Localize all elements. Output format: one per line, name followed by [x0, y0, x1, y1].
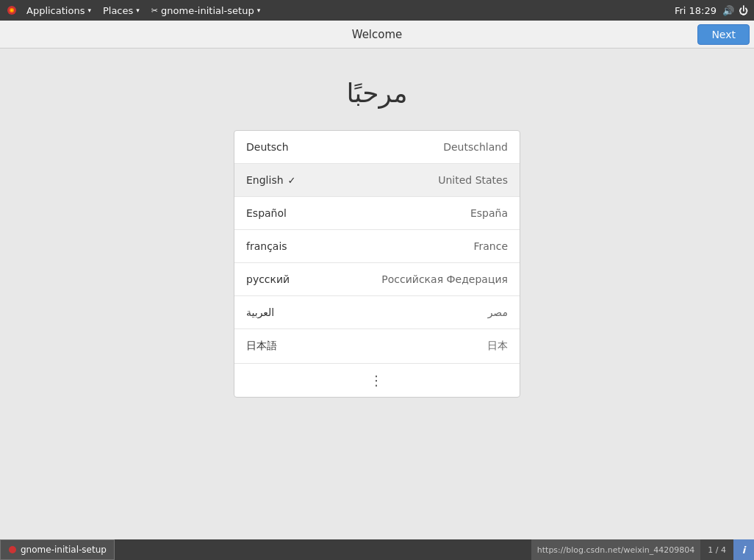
language-region: España	[470, 207, 508, 219]
system-tray: 🔊 ⏻	[722, 5, 748, 16]
system-bar-right: Fri 18:29 🔊 ⏻	[675, 5, 748, 16]
main-content: مرحبًا DeutschDeutschlandEnglish ✓United…	[0, 49, 754, 539]
language-row[interactable]: françaisFrance	[234, 230, 520, 263]
applications-arrow: ▾	[87, 7, 91, 14]
language-name: العربية	[246, 306, 274, 318]
places-arrow: ▾	[136, 7, 140, 14]
language-region: United States	[438, 174, 508, 186]
language-row[interactable]: 日本語日本	[234, 329, 520, 364]
power-icon[interactable]: ⏻	[739, 5, 748, 16]
language-check: ✓	[288, 175, 296, 186]
language-row[interactable]: русскийРоссийская Федерация	[234, 263, 520, 296]
system-bar-left: Applications ▾ Places ▾ ✂ gnome-initial-…	[6, 0, 266, 21]
places-menu[interactable]: Places ▾	[97, 0, 146, 21]
window-menu[interactable]: ✂ gnome-initial-setup ▾	[146, 0, 266, 21]
taskbar-app-label: gnome-initial-setup	[21, 545, 107, 555]
window-icon: ✂	[151, 6, 158, 15]
applications-menu[interactable]: Applications ▾	[21, 0, 97, 21]
language-region: 日本	[487, 340, 508, 353]
language-row[interactable]: English ✓United States	[234, 164, 520, 197]
window-title: Welcome	[352, 28, 403, 41]
language-row[interactable]: العربيةمصر	[234, 296, 520, 329]
taskbar: gnome-initial-setup https://blog.csdn.ne…	[0, 539, 754, 560]
language-name: français	[246, 240, 287, 252]
language-row[interactable]: EspañolEspaña	[234, 197, 520, 230]
system-time: Fri 18:29	[675, 5, 717, 16]
taskbar-app-item[interactable]: gnome-initial-setup	[0, 539, 115, 560]
more-languages-button[interactable]: ⋮	[234, 364, 520, 397]
taskbar-right: https://blog.csdn.net/weixin_44209804 1 …	[531, 539, 754, 560]
svg-point-3	[9, 546, 16, 553]
language-name: Deutsch	[246, 141, 289, 153]
svg-point-2	[11, 10, 13, 12]
language-name: 日本語	[246, 340, 277, 353]
taskbar-url: https://blog.csdn.net/weixin_44209804	[531, 539, 701, 560]
window-arrow: ▾	[257, 7, 261, 14]
taskbar-app-icon	[8, 545, 17, 554]
title-bar: Welcome Next	[0, 21, 754, 49]
language-region: مصر	[488, 306, 508, 318]
language-name: English ✓	[246, 174, 295, 186]
next-button[interactable]: Next	[697, 24, 750, 45]
language-region: Российская Федерация	[381, 273, 508, 285]
info-icon[interactable]: i	[733, 539, 754, 560]
volume-icon[interactable]: 🔊	[722, 5, 734, 16]
language-name: Español	[246, 207, 287, 219]
taskbar-page: 1 / 4	[700, 539, 733, 560]
language-list: DeutschDeutschlandEnglish ✓United States…	[234, 130, 520, 398]
language-region: Deutschland	[443, 141, 508, 153]
language-region: France	[473, 240, 508, 252]
language-row[interactable]: DeutschDeutschland	[234, 131, 520, 164]
greeting-text: مرحبًا	[346, 78, 407, 108]
language-name: русский	[246, 273, 290, 285]
system-logo	[6, 4, 18, 16]
system-bar: Applications ▾ Places ▾ ✂ gnome-initial-…	[0, 0, 754, 21]
